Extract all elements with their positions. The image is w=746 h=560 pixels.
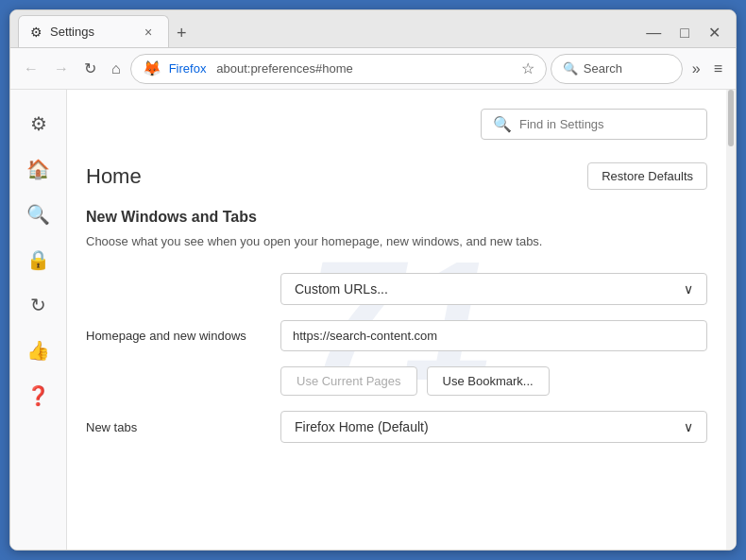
page-title: Home [86,164,142,189]
search-bar[interactable]: 🔍 Search [551,54,683,84]
back-button[interactable]: ← [18,57,44,81]
address-bar[interactable]: 🦊 Firefox about:preferences#home ☆ [130,54,547,84]
site-name: Firefox [169,61,207,76]
window-controls: — □ ✕ [638,22,728,43]
homepage-control [280,320,707,351]
sidebar-item-search[interactable]: 🔍 [20,195,58,233]
search-icon: 🔍 [563,61,578,76]
bookmark-buttons: Use Current Pages Use Bookmark... [280,366,707,396]
newtabs-label: New tabs [86,420,265,434]
sidebar-item-help[interactable]: ❓ [20,377,58,415]
page-content: 🔍 Home Restore Defaults New Windows and … [67,90,736,462]
search-label: Search [584,61,622,76]
tab-favicon: ⚙ [30,25,42,40]
custom-urls-value: Custom URLs... [295,281,388,297]
toolbar: ← → ↻ ⌂ 🦊 Firefox about:preferences#home… [10,48,736,90]
dropdown-chevron-icon: ∨ [684,281,693,297]
section-desc: Choose what you see when you open your h… [86,233,707,250]
homepage-url-input[interactable] [280,320,707,351]
sidebar-item-home[interactable]: 🏠 [20,150,58,188]
find-settings-input[interactable] [519,117,695,131]
homepage-label: Homepage and new windows [86,329,265,343]
tab-title: Settings [50,25,132,39]
sidebar-item-sync[interactable]: ↻ [20,286,58,324]
url-path: about:preferences#home [216,61,353,76]
find-settings-row: 🔍 [86,109,707,140]
newtabs-control: Firefox Home (Default) ∨ [280,411,707,443]
find-settings-icon: 🔍 [493,115,512,133]
custom-urls-control: Custom URLs... ∨ [280,273,707,305]
newtabs-chevron-icon: ∨ [684,419,693,434]
reload-button[interactable]: ↻ [78,56,102,81]
tab-close-button[interactable]: × [140,24,157,41]
maximize-button[interactable]: □ [672,23,697,43]
newtabs-value: Firefox Home (Default) [295,419,429,434]
tab-bar: ⚙ Settings × + — □ ✕ [10,10,736,48]
more-tools-button[interactable]: » [687,57,706,81]
homepage-row: Homepage and new windows [86,320,707,351]
sidebar-item-settings[interactable]: ⚙ [20,105,58,143]
toolbar-right: » ≡ [687,57,728,81]
use-current-pages-button[interactable]: Use Current Pages [280,366,417,396]
section-title: New Windows and Tabs [86,209,707,226]
page-area: 71 🔍 Home Restore Defaul [67,90,736,550]
bookmark-row: Use Current Pages Use Bookmark... [86,366,707,396]
sidebar-item-extensions[interactable]: 👍 [20,331,58,369]
address-text: Firefox about:preferences#home [169,61,514,76]
firefox-icon: 🦊 [143,59,161,77]
sidebar-item-privacy[interactable]: 🔒 [20,241,58,279]
minimize-button[interactable]: — [638,23,669,43]
newtabs-row: New tabs Firefox Home (Default) ∨ [86,411,707,443]
browser-window: ⚙ Settings × + — □ ✕ ← → ↻ ⌂ 🦊 Firefox a… [9,9,737,551]
settings-header: Home Restore Defaults [86,162,707,190]
page-inner: 🔍 Home Restore Defaults New Windows and … [86,109,707,443]
newtabs-dropdown[interactable]: Firefox Home (Default) ∨ [280,411,707,443]
custom-urls-row: Custom URLs... ∨ [86,273,707,305]
use-bookmark-button[interactable]: Use Bookmark... [427,366,550,396]
close-button[interactable]: ✕ [701,22,728,43]
new-tab-button[interactable]: + [169,24,195,43]
bookmark-star-button[interactable]: ☆ [521,59,534,77]
custom-urls-dropdown[interactable]: Custom URLs... ∨ [280,273,707,305]
home-button[interactable]: ⌂ [106,57,127,81]
settings-tab[interactable]: ⚙ Settings × [18,15,169,47]
find-settings-container[interactable]: 🔍 [481,109,707,140]
menu-button[interactable]: ≡ [708,57,728,81]
forward-button[interactable]: → [48,57,75,81]
restore-defaults-button[interactable]: Restore Defaults [587,162,707,190]
sidebar: ⚙ 🏠 🔍 🔒 ↻ 👍 ❓ [10,90,67,550]
content-area: ⚙ 🏠 🔍 🔒 ↻ 👍 ❓ 71 🔍 [10,90,736,550]
